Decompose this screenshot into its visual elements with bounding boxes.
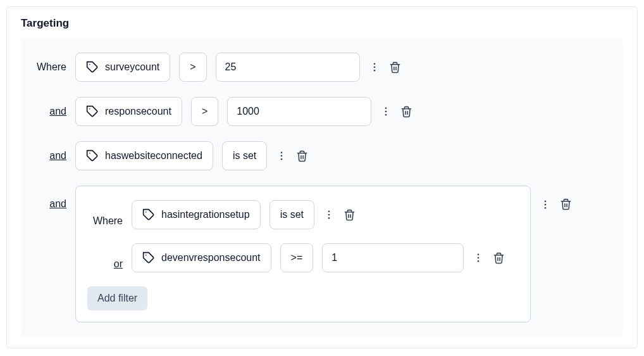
row-prefix: Where [31,61,66,73]
trash-icon[interactable] [560,198,572,210]
svg-point-22 [545,207,547,208]
filter-row: or devenvresponsecount >= [87,243,519,272]
tag-label: haswebsiteconnected [105,150,202,162]
operator-select[interactable]: > [191,97,218,126]
value-input[interactable] [227,97,371,126]
tag-icon [142,251,155,264]
more-icon[interactable] [369,61,380,73]
page-title: Targeting [7,17,637,39]
tag-label: devenvresponsecount [161,252,261,264]
trash-icon[interactable] [296,150,308,162]
filter-row: and haswebsiteconnected is set [31,141,613,170]
tag-icon [142,208,155,221]
operator-select[interactable]: is set [222,141,267,170]
tag-label: surveycount [105,61,159,73]
svg-point-13 [328,210,330,212]
trash-icon[interactable] [344,209,356,221]
filter-row: Where surveycount > [31,53,613,82]
more-icon[interactable] [540,199,551,210]
svg-point-6 [385,111,387,113]
operator-select[interactable]: > [179,53,206,82]
svg-point-21 [545,203,547,205]
row-prefix-link[interactable]: or [87,246,123,270]
svg-point-17 [478,253,480,255]
more-icon[interactable] [380,106,392,117]
filter-row: Where hasintegrationsetup is set [87,200,519,229]
more-icon[interactable] [276,150,287,162]
svg-point-7 [385,114,387,116]
trash-icon[interactable] [389,61,401,73]
row-prefix-link[interactable]: and [31,186,66,210]
svg-point-10 [281,155,283,157]
svg-point-18 [478,257,480,259]
svg-point-14 [328,214,330,216]
tag-icon [86,105,99,118]
svg-point-2 [373,67,375,68]
targeting-panel: Where surveycount > and responsecount > [21,39,623,336]
row-prefix-link[interactable]: and [31,106,66,117]
svg-point-20 [545,200,547,202]
svg-point-15 [328,217,330,219]
row-prefix: Where [87,203,123,227]
tag-icon [86,61,99,73]
svg-point-1 [373,63,375,65]
value-input[interactable] [216,53,360,82]
filter-row: and responsecount > [31,97,613,126]
svg-point-3 [373,70,375,72]
svg-point-19 [478,260,480,262]
value-input[interactable] [322,243,464,272]
tag-select[interactable]: devenvresponsecount [132,243,271,272]
nested-filter-group: Where hasintegrationsetup is set or [75,186,531,322]
more-icon[interactable] [473,252,484,264]
svg-point-9 [281,151,283,153]
svg-point-11 [281,158,283,160]
tag-label: responsecount [105,106,171,117]
tag-select[interactable]: responsecount [75,97,182,126]
operator-select[interactable]: is set [269,200,314,229]
tag-label: hasintegrationsetup [161,209,250,220]
trash-icon[interactable] [493,252,505,264]
trash-icon[interactable] [400,106,412,118]
svg-point-5 [385,107,387,109]
more-icon[interactable] [323,209,335,220]
add-filter-button[interactable]: Add filter [87,286,147,310]
tag-select[interactable]: haswebsiteconnected [75,141,213,170]
operator-select[interactable]: >= [280,243,314,272]
tag-select[interactable]: surveycount [75,53,170,82]
row-prefix-link[interactable]: and [31,150,66,162]
tag-icon [86,149,99,162]
tag-select[interactable]: hasintegrationsetup [132,200,261,229]
